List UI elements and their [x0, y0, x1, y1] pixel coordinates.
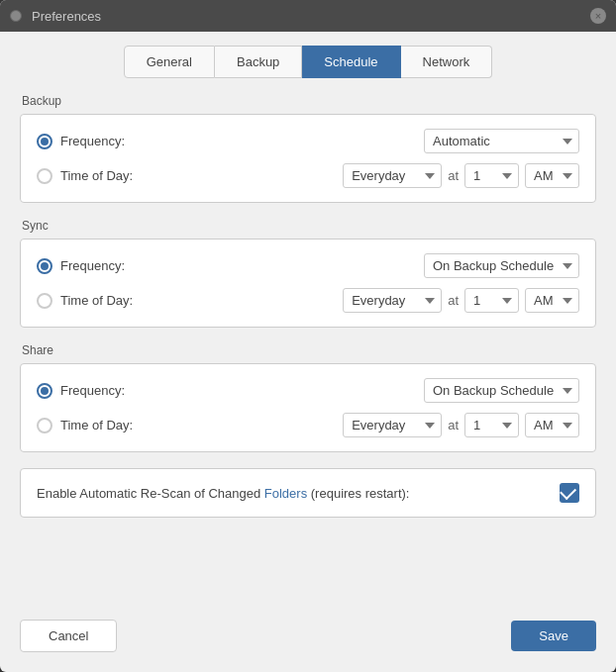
backup-ampm-select[interactable]: AM PM [525, 163, 579, 188]
sync-frequency-radio[interactable] [37, 258, 52, 274]
titlebar-dot [10, 10, 22, 22]
sync-day-select[interactable]: Everyday Weekdays Weekends [343, 288, 442, 313]
share-frequency-label: Frequency: [60, 383, 140, 398]
sync-frequency-label: Frequency: [60, 258, 140, 273]
backup-section-label: Backup [22, 94, 596, 108]
save-button[interactable]: Save [511, 621, 596, 651]
content-area: Backup Frequency: Automatic On Backup Sc… [0, 78, 616, 620]
share-frequency-radio[interactable] [37, 383, 52, 399]
sync-hour-select[interactable]: 1 2 3 [464, 288, 519, 313]
preferences-window: Preferences × General Backup Schedule Ne… [0, 0, 616, 672]
backup-section-box: Frequency: Automatic On Backup Schedule … [20, 114, 596, 203]
sync-frequency-row: Frequency: Automatic On Backup Schedule … [37, 253, 579, 278]
tab-backup[interactable]: Backup [215, 46, 302, 78]
share-frequency-row: Frequency: Automatic On Backup Schedule … [37, 378, 579, 403]
backup-frequency-select[interactable]: Automatic On Backup Schedule Time of Day [424, 129, 579, 153]
share-timeofday-label: Time of Day: [60, 418, 140, 432]
backup-timeofday-label: Time of Day: [60, 168, 140, 183]
autorescan-row: Enable Automatic Re-Scan of Changed Fold… [20, 468, 596, 518]
tab-schedule[interactable]: Schedule [302, 46, 400, 78]
backup-frequency-row: Frequency: Automatic On Backup Schedule … [37, 129, 579, 153]
share-timeofday-row: Time of Day: Everyday Weekdays Weekends … [37, 413, 579, 437]
titlebar: Preferences × [0, 0, 616, 32]
sync-ampm-select[interactable]: AM PM [525, 288, 579, 313]
backup-timeofday-radio[interactable] [37, 168, 52, 184]
sync-section-label: Sync [22, 219, 596, 233]
share-frequency-right: Automatic On Backup Schedule Time of Day [424, 378, 579, 403]
backup-hour-select[interactable]: 1 2 3 4 12 [464, 163, 519, 188]
close-button[interactable]: × [590, 8, 606, 24]
tab-general[interactable]: General [124, 46, 215, 78]
backup-frequency-right: Automatic On Backup Schedule Time of Day [424, 129, 579, 153]
sync-section-box: Frequency: Automatic On Backup Schedule … [20, 239, 596, 328]
autorescan-checkbox[interactable] [560, 483, 579, 503]
sync-timeofday-right: Everyday Weekdays Weekends at 1 2 3 AM P… [343, 288, 579, 313]
share-frequency-select[interactable]: Automatic On Backup Schedule Time of Day [424, 378, 579, 403]
titlebar-title: Preferences [32, 9, 101, 24]
share-section-label: Share [22, 343, 596, 357]
share-at-label: at [448, 418, 459, 432]
backup-at-label: at [448, 168, 459, 183]
share-timeofday-right: Everyday Weekdays Weekends at 1 2 3 AM P… [343, 413, 579, 437]
share-timeofday-radio[interactable] [37, 418, 52, 433]
sync-frequency-select[interactable]: Automatic On Backup Schedule Time of Day [424, 253, 579, 278]
tab-bar: General Backup Schedule Network [0, 32, 616, 78]
sync-timeofday-radio[interactable] [37, 293, 52, 309]
tab-network[interactable]: Network [401, 46, 493, 78]
backup-timeofday-row: Time of Day: Everyday Weekdays Weekends … [37, 163, 579, 188]
share-hour-select[interactable]: 1 2 3 [464, 413, 519, 437]
backup-frequency-label: Frequency: [60, 134, 140, 148]
cancel-button[interactable]: Cancel [20, 620, 117, 652]
share-ampm-select[interactable]: AM PM [525, 413, 579, 437]
share-day-select[interactable]: Everyday Weekdays Weekends [343, 413, 442, 437]
sync-timeofday-row: Time of Day: Everyday Weekdays Weekends … [37, 288, 579, 313]
autorescan-text: Enable Automatic Re-Scan of Changed Fold… [37, 486, 560, 501]
backup-frequency-radio[interactable] [37, 134, 52, 149]
share-section-box: Frequency: Automatic On Backup Schedule … [20, 363, 596, 452]
backup-timeofday-right: Everyday Weekdays Weekends at 1 2 3 4 12… [343, 163, 579, 188]
sync-timeofday-label: Time of Day: [60, 293, 140, 308]
footer: Cancel Save [0, 620, 616, 672]
backup-day-select[interactable]: Everyday Weekdays Weekends [343, 163, 442, 188]
sync-frequency-right: Automatic On Backup Schedule Time of Day [424, 253, 579, 278]
sync-at-label: at [448, 293, 459, 308]
